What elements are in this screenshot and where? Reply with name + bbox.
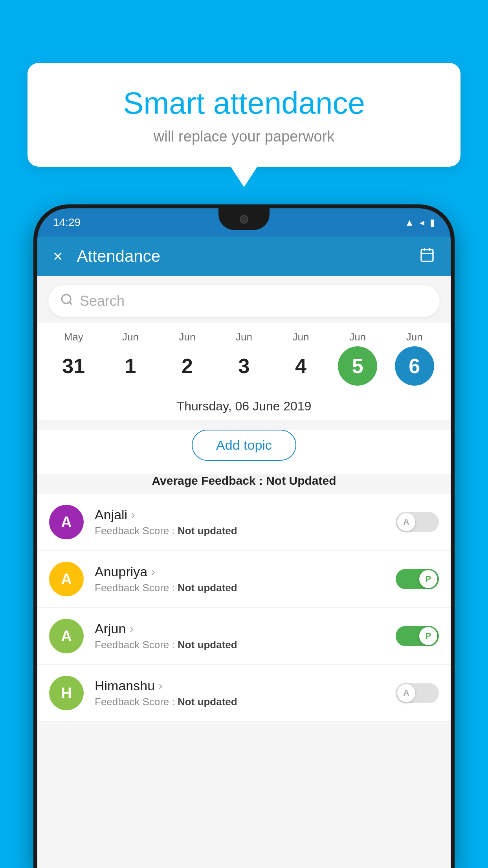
calendar-days: May31Jun1Jun2Jun3Jun4Jun5Jun6 bbox=[37, 331, 451, 386]
chevron-icon: › bbox=[131, 509, 135, 521]
bubble-subtitle: will replace your paperwork bbox=[51, 128, 437, 145]
svg-point-4 bbox=[62, 294, 71, 303]
student-name: Arjun › bbox=[95, 621, 396, 636]
close-button[interactable]: × bbox=[53, 247, 63, 266]
toggle-knob: A bbox=[397, 684, 415, 702]
attendance-toggle[interactable]: A bbox=[396, 512, 439, 532]
date-selected: Thursday, 06 June 2019 bbox=[37, 390, 451, 420]
student-name: Anupriya › bbox=[95, 564, 396, 579]
cal-day-number: 1 bbox=[111, 346, 150, 386]
calendar-day[interactable]: Jun5 bbox=[334, 331, 381, 386]
calendar-icon[interactable] bbox=[419, 247, 435, 266]
cal-month-label: Jun bbox=[406, 331, 423, 343]
speech-bubble: Smart attendance will replace your paper… bbox=[28, 63, 460, 167]
phone-content: Search May31Jun1Jun2Jun3Jun4Jun5Jun6 Thu… bbox=[37, 276, 451, 868]
avg-feedback-label: Average Feedback : bbox=[152, 474, 262, 487]
chevron-icon: › bbox=[130, 623, 133, 635]
avg-feedback: Average Feedback : Not Updated bbox=[37, 474, 451, 487]
bubble-title: Smart attendance bbox=[51, 86, 437, 120]
student-info: Anupriya ›Feedback Score : Not updated bbox=[95, 564, 396, 594]
status-time: 14:29 bbox=[53, 216, 81, 229]
toggle-knob: A bbox=[397, 513, 415, 531]
avg-feedback-value: Not Updated bbox=[266, 474, 336, 487]
wifi-icon: ▲ bbox=[405, 217, 414, 228]
cal-day-number: 2 bbox=[167, 346, 207, 386]
student-list: AAnjali ›Feedback Score : Not updatedAAA… bbox=[37, 494, 451, 722]
student-feedback: Feedback Score : Not updated bbox=[95, 525, 396, 537]
svg-line-5 bbox=[70, 302, 72, 304]
student-item[interactable]: AAnupriya ›Feedback Score : Not updatedP bbox=[37, 551, 451, 608]
cal-month-label: Jun bbox=[349, 331, 366, 343]
calendar-strip: May31Jun1Jun2Jun3Jun4Jun5Jun6 bbox=[37, 323, 451, 390]
svg-rect-0 bbox=[421, 249, 433, 261]
student-avatar: A bbox=[49, 505, 84, 539]
cal-month-label: Jun bbox=[236, 331, 252, 343]
attendance-toggle[interactable]: A bbox=[396, 683, 439, 703]
student-item[interactable]: AAnjali ›Feedback Score : Not updatedA bbox=[37, 494, 451, 551]
student-info: Arjun ›Feedback Score : Not updated bbox=[95, 621, 396, 651]
student-avatar: A bbox=[49, 619, 84, 653]
student-avatar: A bbox=[49, 562, 84, 596]
cal-day-number: 31 bbox=[54, 346, 93, 386]
cal-month-label: Jun bbox=[293, 331, 309, 343]
cal-month-label: Jun bbox=[179, 331, 195, 343]
cal-day-number: 4 bbox=[281, 346, 321, 386]
signal-icon: ◂ bbox=[420, 217, 424, 228]
add-topic-button[interactable]: Add topic bbox=[192, 430, 296, 461]
search-bar[interactable]: Search bbox=[48, 285, 440, 317]
student-name: Anjali › bbox=[95, 507, 396, 522]
calendar-day[interactable]: May31 bbox=[50, 331, 97, 386]
chevron-icon: › bbox=[159, 680, 162, 692]
attendance-toggle[interactable]: P bbox=[396, 569, 439, 589]
chevron-icon: › bbox=[151, 566, 155, 578]
student-avatar: H bbox=[49, 676, 84, 710]
cal-month-label: Jun bbox=[122, 331, 139, 343]
cal-day-number: 3 bbox=[224, 346, 264, 386]
student-name: Himanshu › bbox=[95, 678, 396, 693]
student-item[interactable]: HHimanshu ›Feedback Score : Not updatedA bbox=[37, 665, 451, 722]
status-icons: ▲ ◂ ▮ bbox=[405, 217, 435, 228]
attendance-toggle[interactable]: P bbox=[396, 626, 439, 646]
toggle-knob: P bbox=[419, 570, 437, 588]
student-feedback: Feedback Score : Not updated bbox=[95, 639, 396, 651]
search-icon bbox=[60, 293, 73, 310]
speech-bubble-container: Smart attendance will replace your paper… bbox=[28, 63, 460, 167]
calendar-day[interactable]: Jun2 bbox=[163, 331, 211, 386]
calendar-day[interactable]: Jun1 bbox=[107, 331, 154, 386]
search-input[interactable]: Search bbox=[80, 293, 125, 309]
selected-date-text: Thursday, 06 June 2019 bbox=[177, 399, 312, 413]
student-info: Himanshu ›Feedback Score : Not updated bbox=[95, 678, 396, 708]
phone-frame: 14:29 ▲ ◂ ▮ × Attendance bbox=[33, 204, 455, 868]
app-header: × Attendance bbox=[37, 237, 451, 276]
battery-icon: ▮ bbox=[430, 217, 435, 228]
header-title: Attendance bbox=[77, 247, 419, 266]
toggle-knob: P bbox=[419, 627, 437, 645]
cal-day-number: 5 bbox=[338, 346, 377, 386]
student-info: Anjali ›Feedback Score : Not updated bbox=[95, 507, 396, 537]
cal-day-number: 6 bbox=[395, 346, 434, 386]
student-item[interactable]: AArjun ›Feedback Score : Not updatedP bbox=[37, 608, 451, 665]
calendar-day[interactable]: Jun6 bbox=[391, 331, 438, 386]
phone-inner: 14:29 ▲ ◂ ▮ × Attendance bbox=[37, 208, 451, 868]
calendar-day[interactable]: Jun4 bbox=[277, 331, 325, 386]
student-feedback: Feedback Score : Not updated bbox=[95, 696, 396, 708]
cal-month-label: May bbox=[64, 331, 83, 343]
phone-notch bbox=[218, 208, 270, 230]
calendar-day[interactable]: Jun3 bbox=[220, 331, 268, 386]
notch-camera bbox=[240, 215, 248, 224]
student-feedback: Feedback Score : Not updated bbox=[95, 582, 396, 594]
